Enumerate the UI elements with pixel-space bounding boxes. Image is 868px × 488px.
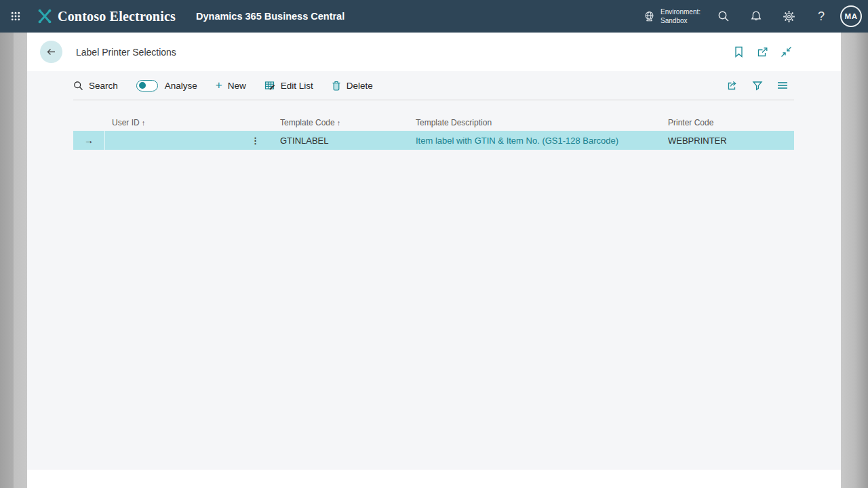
environment-indicator[interactable]: Environment: Sandbox (643, 7, 701, 25)
page-title: Label Printer Selections (76, 47, 176, 58)
toolbar-right-actions (726, 79, 794, 92)
open-in-new-window-icon (757, 47, 768, 58)
delete-label: Delete (347, 81, 373, 91)
row-context-menu-button[interactable]: ⋮ (251, 136, 260, 145)
trash-icon (332, 80, 341, 91)
template-code-value[interactable]: GTINLABEL (280, 136, 329, 146)
sort-asc-icon: ↑ (337, 119, 341, 127)
column-header-template-description[interactable]: Template Description (409, 118, 661, 127)
toolbar-search-label: Search (89, 81, 118, 91)
share-icon (727, 80, 738, 91)
back-button[interactable] (40, 41, 62, 63)
settings-button[interactable] (772, 0, 805, 33)
bookmark-button[interactable] (732, 46, 745, 58)
contoso-logo-icon (37, 8, 53, 24)
template-code-cell[interactable]: GTINLABEL (273, 136, 409, 146)
topbar-right-cluster: Environment: Sandbox (643, 0, 868, 33)
page-header: Label Printer Selections (27, 33, 841, 71)
brand-name: Contoso Electronics (58, 9, 176, 24)
environment-label: Environment: Sandbox (660, 7, 701, 25)
table-row[interactable]: → ⋮ GTINLABEL Item label with GTIN & Ite… (73, 131, 794, 150)
collapse-page-button[interactable] (780, 46, 792, 58)
active-row-arrow-icon: → (84, 135, 94, 146)
bell-icon (750, 10, 762, 22)
action-toolbar: Search Analyse + New (73, 71, 794, 100)
delete-button[interactable]: Delete (332, 80, 373, 91)
help-icon: ? (818, 9, 825, 24)
page-header-actions (732, 46, 792, 58)
new-button[interactable]: + New (216, 81, 246, 91)
analyse-toggle-group: Analyse (136, 80, 197, 92)
open-in-new-window-button[interactable] (756, 46, 768, 58)
app-launcher-button[interactable] (0, 0, 31, 33)
list-options-button[interactable] (776, 79, 789, 92)
gear-icon (783, 10, 795, 23)
top-navigation-bar: Contoso Electronics Dynamics 365 Busines… (0, 0, 868, 33)
search-icon (73, 81, 83, 91)
list-workspace: Search Analyse + New (73, 71, 794, 150)
analyse-toggle-knob (139, 82, 146, 89)
collapse-arrows-icon (781, 46, 792, 58)
printer-code-value[interactable]: WEBPRINTER (668, 136, 727, 146)
bookmark-icon (734, 46, 744, 58)
app-title[interactable]: Dynamics 365 Business Central (196, 11, 344, 22)
analyse-label: Analyse (165, 81, 197, 91)
plus-icon: + (216, 79, 222, 91)
search-icon (717, 10, 730, 22)
page-footer-spacer (27, 470, 841, 488)
edit-list-button[interactable]: Edit List (264, 81, 313, 91)
background-page-left-edge (0, 33, 27, 488)
label-printer-selections-page: Label Printer Selections (27, 33, 841, 488)
background-page-right-edge (841, 33, 868, 488)
column-header-printer-code[interactable]: Printer Code (661, 118, 794, 127)
page-stage: Label Printer Selections (0, 33, 868, 488)
back-arrow-icon (45, 46, 57, 58)
row-selector-cell[interactable]: → (73, 131, 105, 150)
company-brand[interactable]: Contoso Electronics (37, 8, 176, 24)
column-header-user-id[interactable]: User ID↑ (105, 118, 273, 127)
template-description-cell[interactable]: Item label with GTIN & Item No. (GS1-128… (409, 136, 661, 146)
user-id-cell[interactable]: ⋮ (105, 131, 273, 150)
environment-globe-icon (643, 10, 656, 23)
analyse-toggle[interactable] (136, 80, 158, 92)
user-avatar[interactable]: MA (840, 5, 862, 27)
table-header-row: User ID↑ Template Code↑ Template Descrip… (73, 118, 794, 131)
waffle-icon (11, 12, 20, 21)
list-icon (777, 81, 788, 90)
edit-list-label: Edit List (281, 81, 313, 91)
column-header-template-code[interactable]: Template Code↑ (273, 118, 409, 127)
sort-asc-icon: ↑ (142, 119, 146, 127)
edit-list-icon (264, 81, 275, 91)
share-button[interactable] (726, 79, 738, 92)
new-label: New (228, 81, 246, 91)
help-button[interactable]: ? (805, 0, 837, 33)
notifications-button[interactable] (740, 0, 772, 33)
printer-code-cell[interactable]: WEBPRINTER (661, 136, 794, 146)
label-printer-selections-table: User ID↑ Template Code↑ Template Descrip… (73, 118, 794, 150)
filter-button[interactable] (751, 79, 764, 92)
page-body: Search Analyse + New (27, 71, 841, 470)
filter-funnel-icon (752, 81, 763, 91)
template-description-link[interactable]: Item label with GTIN & Item No. (GS1-128… (416, 136, 618, 146)
search-button[interactable] (707, 0, 740, 33)
toolbar-search-button[interactable]: Search (73, 81, 118, 91)
